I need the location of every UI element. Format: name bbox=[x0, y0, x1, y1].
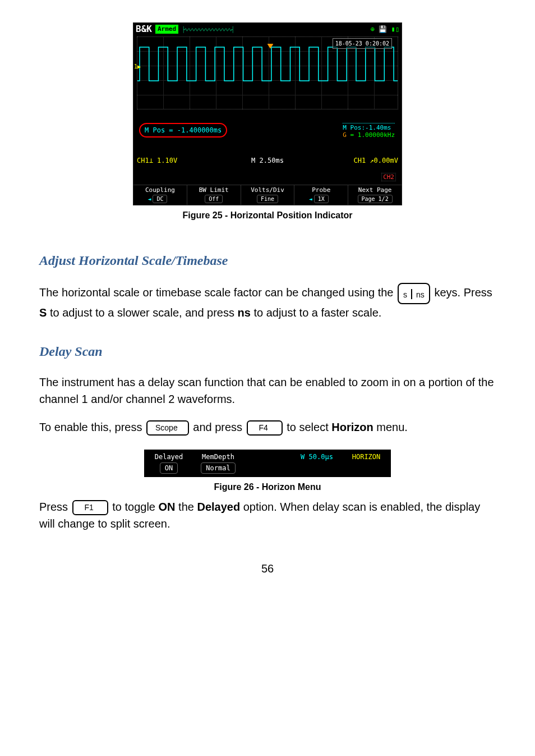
softkey-menu: Coupling ◄DC BW Limit Off Volts/Div Fine… bbox=[133, 185, 402, 205]
mpos-value: M Pos:-1.40ms bbox=[343, 123, 395, 131]
horizon-menu-bar: Delayed ON MemDepth Normal W 50.0µs HORI… bbox=[144, 450, 391, 477]
paragraph-f1: Press F1 to toggle ON the Delayed option… bbox=[39, 498, 496, 532]
menu-voltsdiv: Volts/Div Fine bbox=[241, 185, 295, 205]
heading-adjust-horizontal-scale: Adjust Horizontal Scale/Timebase bbox=[39, 250, 496, 271]
f1-key: F1 bbox=[72, 500, 108, 515]
waveform-display-upper: 18-05-23 0:20:02 bbox=[137, 36, 398, 109]
svg-marker-0 bbox=[268, 44, 273, 48]
menu-bwlimit: BW Limit Off bbox=[187, 185, 241, 205]
horizon-delayed: Delayed ON bbox=[144, 450, 193, 477]
menu-coupling: Coupling ◄DC bbox=[133, 185, 187, 205]
paragraph-delay-intro: The instrument has a delay scan function… bbox=[39, 374, 496, 407]
ch1-voltage: CH1⟂ 1.10V bbox=[137, 155, 224, 166]
figure-25-caption: Figure 25 - Horizontal Position Indicato… bbox=[39, 209, 496, 222]
figure-25: B&K Armed ├∿∿∿∿∿∿∿∿∿∿∿∿∿∿┤ ⊕ 💾 ▮▯ 18-05-… bbox=[39, 22, 496, 222]
paragraph-enable: To enable this, press Scope and press F4… bbox=[39, 419, 496, 436]
trigger-readout: CH1 ↗0.00mV bbox=[311, 155, 398, 166]
scope-key: Scope bbox=[146, 420, 189, 436]
waveform-preview: ├∿∿∿∿∿∿∿∿∿∿∿∿∿∿┤ bbox=[182, 25, 368, 34]
battery-icon: ▮▯ bbox=[391, 25, 399, 33]
oscilloscope-screenshot: B&K Armed ├∿∿∿∿∿∿∿∿∿∿∿∿∿∿┤ ⊕ 💾 ▮▯ 18-05-… bbox=[133, 22, 402, 205]
timestamp: 18-05-23 0:20:02 bbox=[333, 38, 392, 49]
mpos-highlight: M Pos = -1.400000ms bbox=[139, 123, 227, 138]
top-icons: ⊕ 💾 ▮▯ bbox=[371, 24, 399, 34]
save-icon: 💾 bbox=[379, 25, 387, 33]
horizon-title: HORIZON bbox=[342, 450, 391, 465]
paragraph-hscale: The horizontal scale or timebase scale f… bbox=[39, 283, 496, 321]
horizon-blank bbox=[243, 450, 292, 455]
horizon-memdepth: MemDepth Normal bbox=[193, 450, 243, 477]
heading-delay-scan: Delay Scan bbox=[39, 341, 496, 361]
scope-status-bar: B&K Armed ├∿∿∿∿∿∿∿∿∿∿∿∿∿∿┤ ⊕ 💾 ▮▯ bbox=[133, 23, 402, 35]
ch1-marker: 1▶ bbox=[134, 62, 141, 71]
horizon-wtime: W 50.0µs bbox=[292, 450, 342, 465]
armed-badge: Armed bbox=[155, 25, 178, 34]
timebase-readout: M 2.50ms bbox=[224, 155, 311, 166]
waveform-display-lower: M Pos = -1.400000ms M Pos:-1.40ms G = 1.… bbox=[137, 111, 398, 153]
mpos-info: M Pos:-1.40ms G = 1.00000kHz bbox=[343, 123, 395, 139]
bk-logo: B&K bbox=[136, 22, 152, 36]
page-number: 56 bbox=[39, 560, 496, 577]
freq-readout: G = 1.00000kHz bbox=[343, 131, 395, 139]
trigger-marker bbox=[268, 37, 273, 43]
menu-probe: Probe ◄1X bbox=[294, 185, 348, 205]
f4-key: F4 bbox=[247, 420, 283, 436]
menu-nextpage: Next Page Page 1/2 bbox=[348, 185, 402, 205]
s-ns-key: sns bbox=[398, 283, 430, 304]
figure-26: Delayed ON MemDepth Normal W 50.0µs HORI… bbox=[39, 447, 496, 494]
figure-26-caption: Figure 26 - Horizon Menu bbox=[39, 480, 496, 494]
ch2-label: CH2 bbox=[133, 167, 402, 185]
readout-row: CH1⟂ 1.10V M 2.50ms CH1 ↗0.00mV bbox=[133, 154, 402, 167]
